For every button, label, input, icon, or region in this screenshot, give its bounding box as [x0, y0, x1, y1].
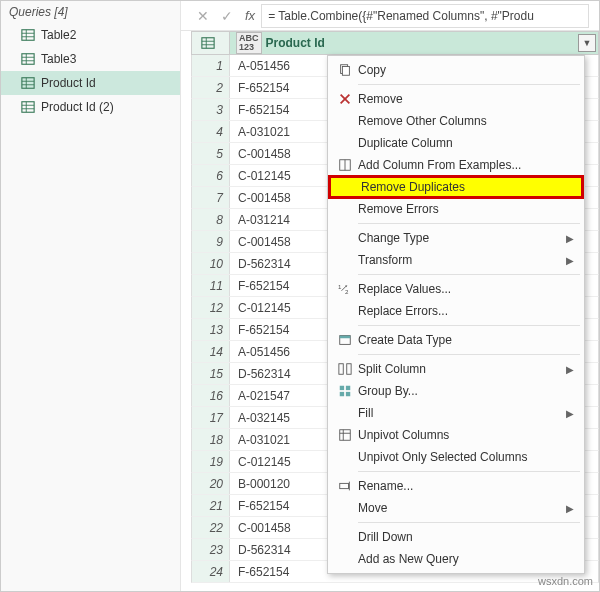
fx-icon[interactable]: fx [245, 8, 255, 23]
menu-item-replace-errors[interactable]: Replace Errors... [328, 300, 584, 322]
menu-item-label: Group By... [358, 384, 574, 398]
column-header-row: ABC123 Product Id ▼ [191, 31, 599, 55]
menu-item-label: Remove Errors [358, 202, 574, 216]
svg-text:2: 2 [345, 288, 349, 295]
row-number: 8 [192, 209, 230, 230]
menu-item-drill-down[interactable]: Drill Down [328, 526, 584, 548]
table-icon [21, 28, 35, 42]
menu-item-label: Replace Errors... [358, 304, 574, 318]
menu-item-label: Remove Other Columns [358, 114, 574, 128]
row-number: 9 [192, 231, 230, 252]
menu-separator [358, 354, 580, 355]
query-item[interactable]: Product Id (2) [1, 95, 180, 119]
datatype-icon[interactable]: ABC123 [236, 32, 262, 54]
menu-item-label: Remove Duplicates [361, 180, 571, 194]
menu-item-split-column[interactable]: Split Column▶ [328, 358, 584, 380]
column-header-label: Product Id [266, 36, 325, 50]
menu-item-label: Create Data Type [358, 333, 574, 347]
menu-item-create-data-type[interactable]: Create Data Type [328, 329, 584, 351]
menu-item-unpivot-only-selected-columns[interactable]: Unpivot Only Selected Columns [328, 446, 584, 468]
menu-separator [358, 84, 580, 85]
menu-item-transform[interactable]: Transform▶ [328, 249, 584, 271]
queries-header: Queries [4] [1, 1, 180, 23]
menu-item-remove-errors[interactable]: Remove Errors [328, 198, 584, 220]
row-number: 12 [192, 297, 230, 318]
menu-separator [358, 325, 580, 326]
row-number: 1 [192, 55, 230, 76]
row-number: 18 [192, 429, 230, 450]
svg-rect-8 [22, 78, 34, 89]
menu-item-label: Change Type [358, 231, 566, 245]
copy-icon [332, 63, 358, 77]
menu-item-label: Add Column From Examples... [358, 158, 574, 172]
menu-item-add-column-from-examples[interactable]: Add Column From Examples... [328, 154, 584, 176]
query-item[interactable]: Table2 [1, 23, 180, 47]
menu-item-label: Fill [358, 406, 566, 420]
query-item-label: Table3 [41, 52, 76, 66]
row-number: 24 [192, 561, 230, 582]
menu-item-label: Unpivot Only Selected Columns [358, 450, 574, 464]
menu-item-label: Split Column [358, 362, 566, 376]
query-item-label: Table2 [41, 28, 76, 42]
menu-item-add-as-new-query[interactable]: Add as New Query [328, 548, 584, 570]
submenu-arrow-icon: ▶ [566, 233, 574, 244]
svg-rect-35 [340, 392, 344, 396]
menu-item-label: Copy [358, 63, 574, 77]
table-icon [21, 76, 35, 90]
row-number: 16 [192, 385, 230, 406]
column-context-menu: CopyRemoveRemove Other ColumnsDuplicate … [327, 55, 585, 574]
menu-item-move[interactable]: Move▶ [328, 497, 584, 519]
submenu-arrow-icon: ▶ [566, 364, 574, 375]
formula-input[interactable]: = Table.Combine({#"Renamed Columns", #"P… [261, 4, 589, 28]
menu-item-label: Add as New Query [358, 552, 574, 566]
row-number: 22 [192, 517, 230, 538]
queries-sidebar: Queries [4] Table2Table3Product IdProduc… [1, 1, 181, 592]
group-icon [332, 384, 358, 398]
menu-separator [358, 522, 580, 523]
row-number: 4 [192, 121, 230, 142]
svg-rect-16 [201, 38, 213, 49]
row-number: 23 [192, 539, 230, 560]
menu-item-rename[interactable]: Rename... [328, 475, 584, 497]
svg-rect-21 [342, 67, 349, 76]
svg-rect-37 [340, 430, 351, 441]
menu-separator [358, 471, 580, 472]
menu-item-remove-other-columns[interactable]: Remove Other Columns [328, 110, 584, 132]
split-icon [332, 362, 358, 376]
menu-item-unpivot-columns[interactable]: Unpivot Columns [328, 424, 584, 446]
table-icon [21, 100, 35, 114]
replace-icon: 12 [332, 282, 358, 296]
menu-item-duplicate-column[interactable]: Duplicate Column [328, 132, 584, 154]
table-icon [201, 36, 215, 50]
column-header-product-id[interactable]: ABC123 Product Id ▼ [230, 32, 598, 54]
svg-text:1: 1 [338, 283, 342, 290]
formula-accept-icon[interactable]: ✓ [215, 8, 239, 24]
table-icon [21, 52, 35, 66]
formula-cancel-icon[interactable]: ✕ [191, 8, 215, 24]
menu-item-replace-values[interactable]: 12Replace Values... [328, 278, 584, 300]
submenu-arrow-icon: ▶ [566, 255, 574, 266]
menu-item-change-type[interactable]: Change Type▶ [328, 227, 584, 249]
row-number: 13 [192, 319, 230, 340]
row-number: 11 [192, 275, 230, 296]
query-item-label: Product Id [41, 76, 96, 90]
unpivot-icon [332, 428, 358, 442]
menu-item-label: Rename... [358, 479, 574, 493]
row-number-header[interactable] [192, 32, 230, 54]
submenu-arrow-icon: ▶ [566, 408, 574, 419]
menu-item-remove[interactable]: Remove [328, 88, 584, 110]
formula-bar: ✕ ✓ fx = Table.Combine({#"Renamed Column… [181, 1, 599, 31]
datatype-icon [332, 333, 358, 347]
row-number: 10 [192, 253, 230, 274]
query-item[interactable]: Table3 [1, 47, 180, 71]
menu-item-group-by[interactable]: Group By... [328, 380, 584, 402]
svg-rect-0 [22, 30, 34, 41]
menu-item-remove-duplicates[interactable]: Remove Duplicates [328, 175, 584, 199]
column-filter-dropdown[interactable]: ▼ [578, 34, 596, 52]
rename-icon [332, 479, 358, 493]
addcol-icon [332, 158, 358, 172]
menu-item-copy[interactable]: Copy [328, 59, 584, 81]
query-item[interactable]: Product Id [1, 71, 180, 95]
svg-rect-32 [347, 364, 351, 375]
menu-item-fill[interactable]: Fill▶ [328, 402, 584, 424]
